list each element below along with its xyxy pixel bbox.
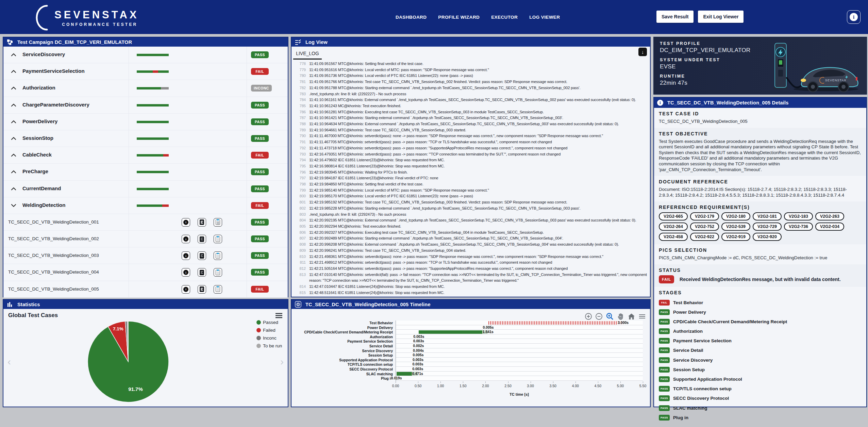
- stage-status-badge: PASS: [659, 309, 670, 315]
- chart-options-menu-icon[interactable]: [638, 313, 646, 320]
- box-zoom-icon[interactable]: [606, 312, 614, 321]
- exit-log-viewer-button[interactable]: Exit Log Viewer: [698, 11, 744, 23]
- nav-link-profile-wizard[interactable]: PROFILE WIZARD: [438, 15, 480, 20]
- test-group-row[interactable]: CurrentDemandPASS: [3, 181, 288, 197]
- test-case-row[interactable]: TC_SECC_DC_VTB_WeldingDetection_004iPASS: [3, 264, 288, 281]
- home-reset-icon[interactable]: [628, 313, 635, 321]
- test-case-name: TC_SECC_DC_VTB_WeldingDetection_004: [8, 269, 99, 275]
- test-group-row[interactable]: ServiceDiscoveryPASS: [3, 47, 288, 63]
- test-case-name: TC_SECC_DC_VTB_WeldingDetection_002: [8, 236, 99, 241]
- log-line-text: 11:42:21.498912 MTC@khorinis: setverdict…: [309, 260, 552, 266]
- tab-live-log[interactable]: LIVE_LOG: [293, 51, 322, 60]
- nav-link-executor[interactable]: EXECUTOR: [491, 15, 518, 20]
- chevron-down-icon[interactable]: [11, 203, 16, 209]
- log-line: 79811:42:19.984850 MTC@khorinis: Setting…: [296, 181, 648, 187]
- log-line: 78711:41:10.961421 MTC@khorinis: Startin…: [296, 115, 648, 121]
- log-line-number: 778: [296, 61, 306, 67]
- test-case-row[interactable]: TC_SECC_DC_VTB_WeldingDetection_001iPASS: [3, 214, 288, 231]
- x-tick-mark: [598, 381, 598, 383]
- info-icon: i: [183, 253, 188, 258]
- stage-status-badge: PASS: [659, 376, 670, 382]
- test-group-progress-bar: [137, 171, 169, 173]
- stage-name: Supported Application Protocol: [673, 377, 742, 382]
- scroll-to-bottom-button[interactable]: ↓: [638, 48, 647, 56]
- report-icon: [216, 286, 220, 292]
- chevron-up-icon[interactable]: [11, 102, 16, 109]
- test-profile-value: DC_EIM_TCP_VERI_EMULATOR: [660, 47, 750, 54]
- sut-label: SYSTEM UNDER TEST: [660, 58, 750, 62]
- timeline-row-track: 0.005s: [396, 353, 643, 358]
- test-case-row[interactable]: TC_SECC_DC_VTB_WeldingDetection_005iFAIL: [3, 281, 288, 298]
- chart-menu-icon[interactable]: [276, 313, 282, 319]
- test-group-row[interactable]: CableCheckFAIL: [3, 147, 288, 164]
- test-group-row[interactable]: ChargeParameterDiscoveryPASS: [3, 97, 288, 114]
- stage-name: Session Setup: [673, 367, 705, 372]
- stage-item: PASSCPD/Cable Check/Current Demand/Meter…: [659, 317, 862, 326]
- test-group-progress-bar: [137, 121, 169, 123]
- chevron-up-icon[interactable]: [11, 136, 16, 142]
- stage-status-badge: PASS: [659, 367, 670, 373]
- carousel-left-arrow[interactable]: ‹: [7, 357, 11, 367]
- x-tick-label: 2.50: [504, 384, 511, 388]
- test-case-row[interactable]: TC_SECC_DC_VTB_WeldingDetection_003iPASS: [3, 247, 288, 264]
- test-case-log-button[interactable]: [198, 218, 206, 227]
- test-case-report-button[interactable]: [214, 235, 222, 243]
- test-case-info-button[interactable]: i: [182, 235, 190, 243]
- zoom-out-icon[interactable]: [595, 313, 603, 320]
- log-line-number: 801: [296, 199, 306, 206]
- chevron-up-icon[interactable]: [11, 52, 16, 58]
- stage-name: TCP/TLS connection setup: [673, 386, 732, 391]
- info-button[interactable]: i: [847, 10, 861, 24]
- test-case-log-button[interactable]: [198, 251, 206, 260]
- chevron-up-icon[interactable]: [11, 69, 16, 75]
- test-case-log-button[interactable]: [198, 268, 206, 277]
- section-stages: STAGES FAILTest BehaviorPASSPower Delive…: [654, 287, 866, 426]
- test-case-info-button[interactable]: i: [182, 251, 190, 260]
- test-group-name: SessionStop: [22, 135, 53, 141]
- test-group-row[interactable]: PaymentServiceSelectionFAIL: [3, 63, 288, 80]
- timeline-row-track: 0.471s: [396, 372, 643, 376]
- test-group-progress-bar: [137, 104, 169, 106]
- chevron-up-icon[interactable]: [11, 186, 16, 192]
- chevron-up-icon[interactable]: [11, 85, 16, 92]
- brand-tagline: CONFORMANCE TESTER: [54, 22, 139, 27]
- navbar: SEVENSTAX CONFORMANCE TESTER DASHBOARDPR…: [0, 0, 868, 34]
- test-group-row[interactable]: WeldingDetectionFAIL: [3, 197, 288, 214]
- test-case-report-button[interactable]: [214, 218, 222, 227]
- pan-hand-icon[interactable]: [617, 313, 624, 320]
- test-group-row[interactable]: SessionStopPASS: [3, 130, 288, 147]
- log-line: 79911:42:19.985140 MTC@khorinis: Local v…: [296, 187, 648, 194]
- nav-link-log-viewer[interactable]: LOG VIEWER: [529, 15, 560, 20]
- test-campaign-title: Test Campaign DC_EIM_TCP_VERI_EMULATOR: [17, 39, 132, 45]
- test-case-report-button[interactable]: [214, 285, 222, 294]
- log-line: 78611:41:10.961281 MTC@khorinis: Executi…: [296, 109, 648, 115]
- zoom-in-icon[interactable]: [585, 313, 592, 320]
- log-line-number: 812: [296, 266, 306, 272]
- test-group-row[interactable]: PreChargePASS: [3, 164, 288, 180]
- test-case-log-button[interactable]: [198, 285, 206, 294]
- test-case-row[interactable]: TC_SECC_DC_VTB_WeldingDetection_002iPASS: [3, 231, 288, 247]
- chevron-up-icon[interactable]: [11, 119, 16, 125]
- log-line-number: 784: [296, 97, 306, 103]
- save-result-button[interactable]: Save Result: [656, 11, 694, 23]
- chevron-up-icon[interactable]: [11, 152, 16, 159]
- legend-label: To be run: [263, 343, 282, 348]
- brand-logo: SEVENSTAX CONFORMANCE TESTER: [30, 4, 139, 31]
- test-group-row[interactable]: PowerDeliveryPASS: [3, 114, 288, 130]
- status-badge: FAIL: [251, 286, 269, 293]
- test-group-name: PowerDelivery: [22, 118, 57, 124]
- test-case-info-button[interactable]: i: [182, 285, 190, 294]
- test-case-report-button[interactable]: [214, 251, 222, 260]
- test-group-row[interactable]: AuthorizationINCONC: [3, 80, 288, 97]
- test-case-log-button[interactable]: [198, 235, 206, 243]
- test-case-info-button[interactable]: i: [182, 268, 190, 277]
- test-case-report-button[interactable]: [214, 268, 222, 277]
- nav-link-dashboard[interactable]: DASHBOARD: [396, 15, 427, 20]
- carousel-right-arrow[interactable]: ›: [280, 357, 284, 367]
- log-line: 78911:41:10.964661 MTC@khorinis: Test ca…: [296, 127, 648, 133]
- log-line-text: 11:41:10.961243 MC@khorinis: Test execut…: [309, 103, 401, 109]
- test-case-name: TC_SECC_DC_VTB_WeldingDetection_001: [8, 219, 99, 225]
- chevron-up-icon[interactable]: [11, 169, 16, 175]
- test-case-info-button[interactable]: i: [182, 218, 190, 227]
- requirement-pill: V2G2-922: [690, 233, 719, 241]
